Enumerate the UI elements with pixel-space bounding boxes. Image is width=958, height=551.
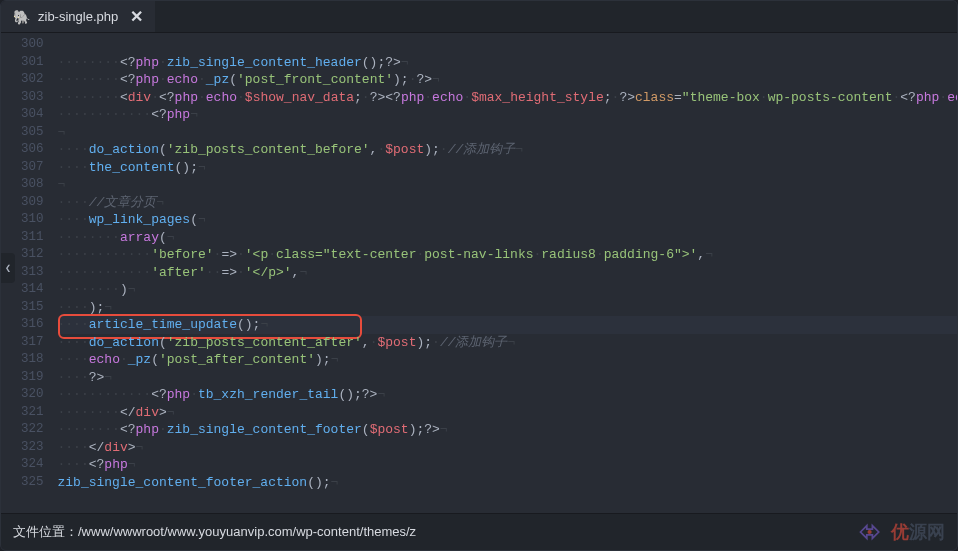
code-line[interactable]: ········array(¬ <box>58 229 957 247</box>
code-line[interactable]: ····//文章分页¬ <box>58 194 957 212</box>
code-line[interactable]: ····do_action('zib_posts_content_before'… <box>58 141 957 159</box>
code-line[interactable]: ········<?php·zib_single_content_footer(… <box>58 421 957 439</box>
watermark: 优源网 <box>857 520 945 544</box>
editor-window: 🐘 zib-single.php ✕ ❮ 300 301 302 303 304… <box>0 0 958 551</box>
code-line[interactable]: ············<?php·tb_xzh_render_tail();?… <box>58 386 957 404</box>
tab-file[interactable]: 🐘 zib-single.php ✕ <box>1 1 155 32</box>
code-line[interactable]: ¬ <box>58 176 957 194</box>
code-line[interactable]: ····the_content();¬ <box>58 159 957 177</box>
code-line[interactable]: ····echo·_pz('post_after_content');¬ <box>58 351 957 369</box>
code-line[interactable]: ············<?php¬ <box>58 106 957 124</box>
code-line[interactable]: ····?>¬ <box>58 369 957 387</box>
code-line[interactable]: ····<?php¬ <box>58 456 957 474</box>
svg-point-0 <box>868 530 872 534</box>
code-content[interactable]: ········<?php·zib_single_content_header(… <box>58 33 957 513</box>
php-file-icon: 🐘 <box>13 9 30 25</box>
panel-expand-handle[interactable]: ❮ <box>1 253 15 283</box>
code-line[interactable]: ········</div>¬ <box>58 404 957 422</box>
code-line[interactable]: zib_single_content_footer_action();¬ <box>58 474 957 492</box>
tab-bar: 🐘 zib-single.php ✕ <box>1 1 957 33</box>
code-line[interactable]: ········)¬ <box>58 281 957 299</box>
watermark-logo-icon <box>857 522 885 542</box>
watermark-text: 优源网 <box>891 520 945 544</box>
code-line[interactable] <box>58 36 957 54</box>
code-line[interactable]: ············'before'·=>·'<p·class="text-… <box>58 246 957 264</box>
modified-indicator[interactable]: ✕ <box>130 7 143 26</box>
code-line[interactable]: ········<div·<?php·echo·$show_nav_data;·… <box>58 89 957 107</box>
code-line[interactable]: ¬ <box>58 124 957 142</box>
code-line[interactable]: ····</div>¬ <box>58 439 957 457</box>
code-line[interactable]: ············'after'··=>·'</p>',¬ <box>58 264 957 282</box>
tab-filename: zib-single.php <box>38 9 118 24</box>
file-path: 文件位置：/www/wwwroot/www.youyuanvip.com/wp-… <box>13 523 416 541</box>
code-line[interactable]: ····wp_link_pages(¬ <box>58 211 957 229</box>
code-line[interactable]: ····article_time_update();¬ <box>58 316 957 334</box>
editor-area[interactable]: ❮ 300 301 302 303 304 305 306 307 308 30… <box>1 33 957 513</box>
code-line[interactable]: ····do_action('zib_posts_content_after',… <box>58 334 957 352</box>
code-line[interactable]: ····);¬ <box>58 299 957 317</box>
code-line[interactable]: ········<?php·zib_single_content_header(… <box>58 54 957 72</box>
status-bar: 文件位置：/www/wwwroot/www.youyuanvip.com/wp-… <box>1 513 957 550</box>
code-line[interactable]: ········<?php·echo·_pz('post_front_conte… <box>58 71 957 89</box>
